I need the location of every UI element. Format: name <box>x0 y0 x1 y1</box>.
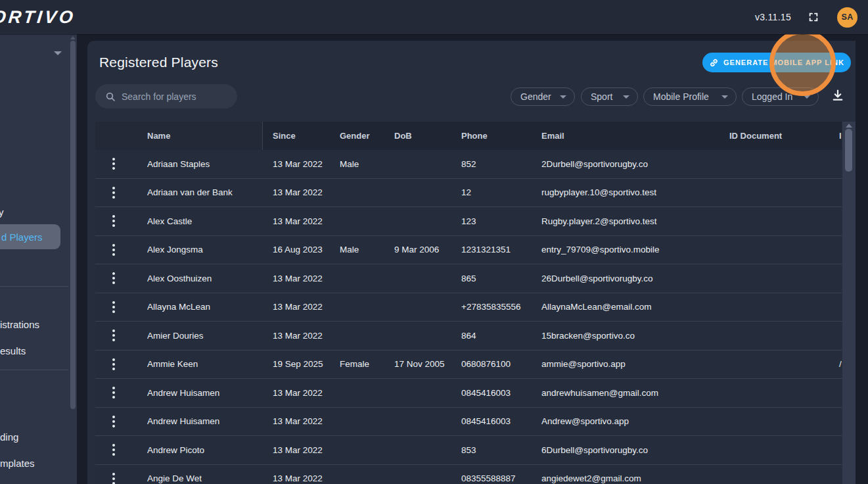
sportivo-logo: ORTIVO <box>0 7 77 28</box>
cell-phone: 864 <box>461 322 541 350</box>
kebab-menu-icon[interactable] <box>112 416 115 418</box>
cell-gender <box>340 322 394 350</box>
search-input[interactable] <box>122 91 227 102</box>
sidebar-item-fragment[interactable]: y <box>0 206 4 218</box>
row-menu-button[interactable] <box>95 351 131 379</box>
cell-email: AllaynaMcLean@email.com <box>541 293 729 322</box>
table-row[interactable]: Alex Oosthuizen 13 Mar 2022 865 26Durbel… <box>95 264 842 293</box>
cell-dob: 17 Nov 2005 <box>394 351 461 379</box>
kebab-menu-icon[interactable] <box>112 301 115 304</box>
row-menu-button[interactable] <box>95 322 131 350</box>
cell-dob <box>394 408 461 436</box>
column-header-dob: DoB <box>394 122 461 150</box>
cell-phone: 852 <box>461 150 541 178</box>
cell-since: 13 Mar 2022 <box>263 207 340 235</box>
kebab-menu-icon[interactable] <box>112 215 115 218</box>
kebab-menu-icon[interactable] <box>112 329 115 332</box>
cell-gender <box>340 379 394 407</box>
cell-name: Allayna McLean <box>131 293 263 322</box>
cell-email: andrewhuisamen@gmail.com <box>541 379 729 407</box>
gender-filter-dropdown[interactable]: Gender <box>511 87 575 106</box>
kebab-menu-icon[interactable] <box>112 244 115 247</box>
kebab-menu-icon[interactable] <box>112 358 115 361</box>
table-row[interactable]: Adriaan Staples 13 Mar 2022 Male 852 2Du… <box>95 150 842 179</box>
app-version: v3.11.15 <box>755 12 791 22</box>
kebab-menu-icon[interactable] <box>112 187 115 189</box>
row-menu-button[interactable] <box>95 379 131 407</box>
sidebar-item-branding[interactable]: ding <box>0 431 18 443</box>
logged-in-filter-dropdown[interactable]: Logged In <box>742 87 819 106</box>
chevron-down-icon[interactable] <box>54 51 62 55</box>
cell-phone: 865 <box>461 264 541 293</box>
mobile-profile-filter-dropdown[interactable]: Mobile Profile <box>643 87 737 106</box>
sidebar-item-registered-players[interactable]: d Players <box>0 224 60 249</box>
link-icon <box>709 58 719 68</box>
row-menu-button[interactable] <box>95 408 131 436</box>
table-body: Adriaan Staples 13 Mar 2022 Male 852 2Du… <box>95 150 842 484</box>
table-row[interactable]: Andrew Picoto 13 Mar 2022 853 6Durbell@s… <box>95 436 842 465</box>
table-row[interactable]: Andrew Huisamen 13 Mar 2022 0845416003 A… <box>95 408 842 437</box>
table-row[interactable]: Ammie Keen 19 Sep 2025 Female 17 Nov 200… <box>95 351 842 379</box>
table-row[interactable]: Amier Douries 13 Mar 2022 864 15bracken@… <box>95 322 842 351</box>
row-menu-button[interactable] <box>95 150 131 178</box>
sidebar-item-registrations[interactable]: istrations <box>0 319 39 330</box>
row-menu-button[interactable] <box>95 207 131 235</box>
cell-id-document <box>729 408 834 436</box>
sidebar-item-results[interactable]: esults <box>0 345 26 356</box>
table-scrollbar-track[interactable] <box>842 122 856 484</box>
cell-email: Andrew@sportivo.app <box>541 408 729 436</box>
table-scroll-up-icon[interactable] <box>846 124 852 128</box>
cell-id-document <box>729 379 834 407</box>
cell-since: 13 Mar 2022 <box>263 264 340 293</box>
table-row[interactable]: Angie De Wet 13 Mar 2022 08355588887 ang… <box>95 465 842 484</box>
row-menu-button[interactable] <box>95 293 131 322</box>
table-row[interactable]: Adriaan van der Bank 13 Mar 2022 12 rugb… <box>95 179 842 208</box>
kebab-menu-icon[interactable] <box>112 272 115 275</box>
sport-filter-dropdown[interactable]: Sport <box>581 87 638 106</box>
cell-since: 13 Mar 2022 <box>263 293 340 322</box>
cell-clipped <box>834 408 842 436</box>
sidebar-scrollbar[interactable] <box>70 41 76 409</box>
cell-phone: 853 <box>461 436 541 464</box>
generate-mobile-app-link-button[interactable]: GENERATE MOBILE APP LINK <box>702 53 851 72</box>
kebab-menu-icon[interactable] <box>112 473 115 475</box>
cell-dob <box>394 150 461 178</box>
search-icon <box>105 91 116 102</box>
header-spacer <box>95 122 131 150</box>
sidebar-item-label: d Players <box>1 231 43 243</box>
row-menu-button[interactable] <box>95 236 131 264</box>
avatar[interactable]: SA <box>837 7 857 28</box>
table-scrollbar[interactable] <box>845 129 852 172</box>
sidebar-scroll-up-icon[interactable] <box>70 36 76 39</box>
cell-id-document <box>729 236 834 264</box>
kebab-menu-icon[interactable] <box>112 444 115 447</box>
cell-phone: 123 <box>461 207 541 235</box>
kebab-menu-icon[interactable] <box>112 387 115 389</box>
cell-id-document <box>729 150 834 178</box>
cell-name: Andrew Huisamen <box>131 408 263 436</box>
cell-name: Alex Oosthuizen <box>131 264 263 293</box>
fullscreen-icon[interactable] <box>808 12 819 22</box>
search-box[interactable] <box>95 84 237 109</box>
cell-name: Adriaan Staples <box>131 150 263 178</box>
cell-since: 13 Mar 2022 <box>263 150 340 178</box>
row-menu-button[interactable] <box>95 179 131 207</box>
cell-since: 16 Aug 2023 <box>263 236 340 264</box>
table-row[interactable]: Andrew Huisamen 13 Mar 2022 0845416003 a… <box>95 379 842 408</box>
cell-since: 13 Mar 2022 <box>263 436 340 464</box>
cell-name: Adriaan van der Bank <box>131 179 263 207</box>
cell-id-document <box>729 351 834 379</box>
column-header-email: Email <box>541 122 729 150</box>
cell-name: Angie De Wet <box>131 465 263 484</box>
sidebar-item-templates[interactable]: mplates <box>0 458 35 469</box>
kebab-menu-icon[interactable] <box>112 158 115 160</box>
table-row[interactable]: Allayna McLean 13 Mar 2022 +27835835556 … <box>95 293 842 322</box>
table-row[interactable]: Alex Jongsma 16 Aug 2023 Male 9 Mar 2006… <box>95 236 842 265</box>
row-menu-button[interactable] <box>95 264 131 293</box>
download-button[interactable] <box>831 88 845 104</box>
row-menu-button[interactable] <box>95 436 131 464</box>
row-menu-button[interactable] <box>95 465 131 484</box>
cell-clipped <box>834 379 842 407</box>
cell-gender <box>340 408 394 436</box>
table-row[interactable]: Alex Castle 13 Mar 2022 123 Rugby.player… <box>95 207 842 236</box>
